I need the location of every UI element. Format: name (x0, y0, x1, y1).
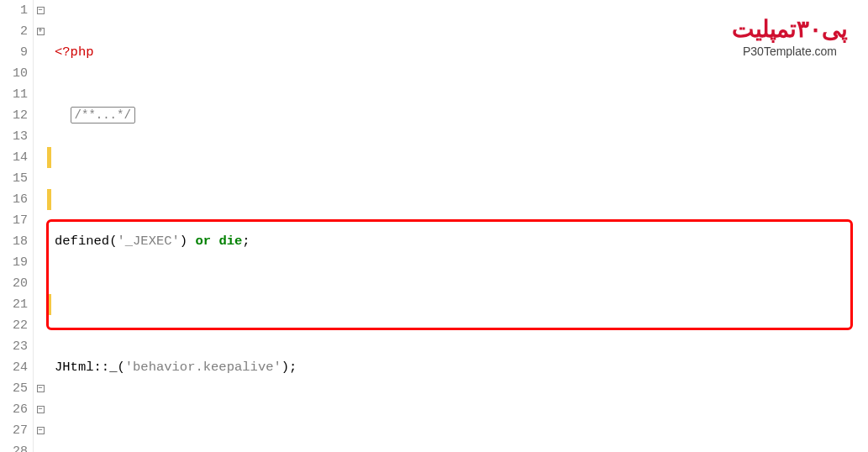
fold-toggle-minus[interactable]: − (37, 427, 45, 434)
folded-placeholder[interactable]: /**...*/ (71, 107, 135, 124)
code-line[interactable]: <?php (55, 42, 868, 63)
code-line[interactable]: /**...*/ (55, 105, 868, 126)
code-line[interactable]: JHtml::_('behavior.keepalive'); (55, 357, 868, 378)
code-editor[interactable]: 1 2 9 10 11 12 13 14 15 16 17 18 19 20 2… (0, 0, 868, 452)
fold-toggle-minus[interactable]: − (37, 7, 45, 14)
line-number-gutter: 1 2 9 10 11 12 13 14 15 16 17 18 19 20 2… (0, 0, 34, 452)
fold-gutter: − + − − − (34, 0, 47, 452)
code-line[interactable]: defined('_JEXEC') or die; (55, 231, 868, 252)
code-area[interactable]: <?php /**...*/ defined('_JEXEC') or die;… (51, 0, 868, 452)
code-line[interactable] (55, 420, 868, 441)
fold-toggle-plus[interactable]: + (37, 28, 45, 35)
fold-toggle-minus[interactable]: − (37, 406, 45, 413)
code-line[interactable] (55, 168, 868, 189)
fold-toggle-minus[interactable]: − (37, 385, 45, 392)
code-line[interactable] (55, 294, 868, 315)
